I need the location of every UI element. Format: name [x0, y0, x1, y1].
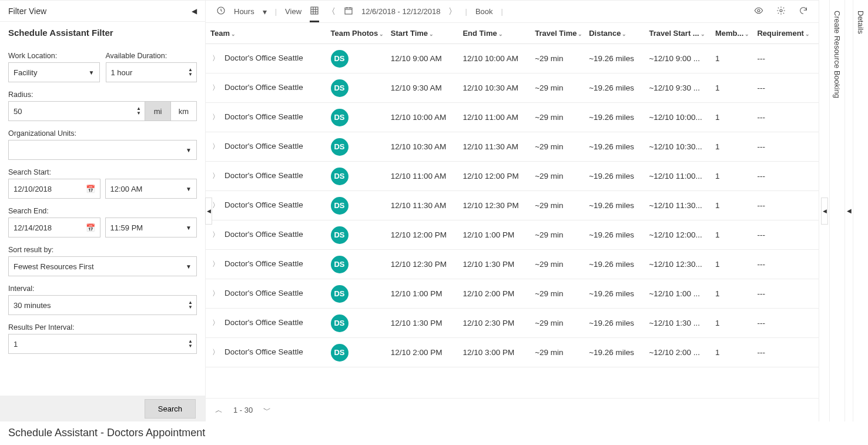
- details-label: Details: [856, 11, 865, 421]
- chevron-left-icon[interactable]: ◀: [192, 1, 197, 22]
- search-button[interactable]: Search: [145, 399, 196, 419]
- search-start-date[interactable]: 12/10/2018 📅: [8, 179, 100, 199]
- col-requirement[interactable]: Requirement⌄: [752, 23, 819, 44]
- collapse-up-icon[interactable]: ︿: [215, 405, 223, 416]
- hours-dropdown[interactable]: Hours: [234, 7, 254, 16]
- search-start-label: Search Start:: [8, 168, 197, 176]
- chevron-down-icon: ▼: [186, 225, 192, 231]
- table-row[interactable]: 〉Doctor's Office SeattleDS12/10 12:00 PM…: [206, 220, 819, 250]
- chevron-down-icon: ▼: [186, 147, 192, 153]
- pager-range: 1 - 30: [233, 406, 253, 414]
- table-row[interactable]: 〉Doctor's Office SeattleDS12/10 10:30 AM…: [206, 132, 819, 162]
- col-travel-start[interactable]: Travel Start ...⌄: [644, 23, 710, 44]
- svg-point-4: [780, 9, 782, 12]
- eye-icon[interactable]: [754, 6, 763, 17]
- prev-range-button[interactable]: 〈: [327, 6, 336, 17]
- grid-view-icon[interactable]: [310, 6, 319, 22]
- table-row[interactable]: 〉Doctor's Office SeattleDS12/10 9:00 AM1…: [206, 44, 819, 73]
- col-end[interactable]: End Time⌄: [458, 23, 530, 44]
- org-units-select[interactable]: ▼: [8, 140, 197, 160]
- collapse-right-handle[interactable]: ◀: [821, 198, 828, 225]
- date-range[interactable]: 12/6/2018 - 12/12/2018: [361, 7, 440, 16]
- table-row[interactable]: 〉Doctor's Office SeattleDS12/10 11:00 AM…: [206, 162, 819, 191]
- search-end-label: Search End:: [8, 207, 197, 215]
- spinner-icon[interactable]: ▲▼: [188, 339, 193, 349]
- work-location-select[interactable]: Facility ▼: [8, 62, 100, 82]
- details-panel[interactable]: Details: [853, 0, 868, 421]
- col-members[interactable]: Memb...⌄: [711, 23, 753, 44]
- avatar: DS: [331, 226, 348, 244]
- col-travel[interactable]: Travel Time⌄: [530, 23, 584, 44]
- sort-select[interactable]: Fewest Resources First ▼: [8, 256, 197, 276]
- expand-row-icon[interactable]: 〉: [210, 53, 221, 63]
- view-label: View: [285, 7, 301, 16]
- search-end-date[interactable]: 12/14/2018 📅: [8, 218, 100, 237]
- calendar-icon[interactable]: 📅: [86, 185, 95, 193]
- schedule-board: ◀ Hours ▾ | View 〈 12/6/2018 - 12/12/201…: [206, 0, 819, 421]
- unit-km-button[interactable]: km: [171, 101, 197, 121]
- available-duration-stepper[interactable]: 1 hour ▲▼: [106, 62, 197, 82]
- rpi-stepper[interactable]: 1 ▲▼: [8, 334, 197, 354]
- table-row[interactable]: 〉Doctor's Office SeattleDS12/10 1:30 PM1…: [206, 309, 819, 338]
- right-collapse-rail: ◀: [819, 0, 829, 421]
- expand-row-icon[interactable]: 〉: [210, 171, 221, 181]
- col-photos[interactable]: Team Photos⌄: [326, 23, 386, 44]
- table-row[interactable]: 〉Doctor's Office SeattleDS12/10 2:00 PM1…: [206, 338, 819, 367]
- work-location-label: Work Location:: [8, 52, 100, 60]
- expand-row-icon[interactable]: 〉: [210, 230, 221, 240]
- table-row[interactable]: 〉Doctor's Office SeattleDS12/10 12:30 PM…: [206, 250, 819, 279]
- table-row[interactable]: 〉Doctor's Office SeattleDS12/10 1:00 PM1…: [206, 279, 819, 309]
- filter-view-header[interactable]: Filter View ◀: [0, 1, 205, 22]
- calendar-icon[interactable]: [344, 6, 353, 17]
- spinner-icon[interactable]: ▲▼: [136, 106, 141, 116]
- filter-view-title: Filter View: [8, 1, 46, 22]
- expand-row-icon[interactable]: 〉: [210, 112, 221, 122]
- expand-row-icon[interactable]: 〉: [210, 259, 221, 269]
- pager: ︿ 1 - 30 ﹀: [206, 398, 819, 421]
- chevron-down-icon: ▼: [186, 263, 192, 270]
- chevron-down-icon[interactable]: ▾: [263, 7, 267, 16]
- gear-icon[interactable]: [776, 6, 786, 17]
- expand-row-icon[interactable]: 〉: [210, 289, 221, 299]
- book-button[interactable]: Book: [475, 7, 493, 16]
- expand-row-icon[interactable]: 〉: [210, 318, 221, 328]
- unit-mi-button[interactable]: mi: [145, 101, 171, 121]
- chevron-down-icon: ▼: [186, 186, 192, 192]
- interval-stepper[interactable]: 30 minutes ▲▼: [8, 295, 197, 315]
- refresh-icon[interactable]: [799, 6, 808, 17]
- svg-point-3: [758, 9, 760, 12]
- avatar: DS: [331, 285, 348, 303]
- spinner-icon[interactable]: ▲▼: [188, 300, 193, 310]
- search-start-time[interactable]: 12:00 AM ▼: [105, 179, 197, 199]
- create-booking-panel[interactable]: Create Resource Booking: [829, 0, 844, 421]
- page-title: Schedule Assistant - Doctors Appointment: [0, 421, 868, 445]
- expand-row-icon[interactable]: 〉: [210, 142, 221, 152]
- chevron-down-icon: ▼: [89, 69, 95, 76]
- table-row[interactable]: 〉Doctor's Office SeattleDS12/10 11:30 AM…: [206, 191, 819, 220]
- radius-input[interactable]: 50 ▲▼: [8, 101, 145, 121]
- search-end-time[interactable]: 11:59 PM ▼: [105, 218, 197, 237]
- collapse-far-right-handle[interactable]: ◀: [844, 0, 853, 421]
- col-distance[interactable]: Distance⌄: [584, 23, 644, 44]
- interval-label: Interval:: [8, 285, 197, 293]
- avatar: DS: [331, 138, 348, 156]
- table-row[interactable]: 〉Doctor's Office SeattleDS12/10 10:00 AM…: [206, 103, 819, 132]
- expand-row-icon[interactable]: 〉: [210, 347, 221, 357]
- col-team[interactable]: Team⌄: [206, 23, 326, 44]
- next-range-button[interactable]: 〉: [448, 6, 457, 17]
- avatar: DS: [331, 79, 348, 97]
- rpi-label: Results Per Interval:: [8, 323, 197, 332]
- table-row[interactable]: 〉Doctor's Office SeattleDS12/10 9:30 AM1…: [206, 73, 819, 103]
- expand-down-icon[interactable]: ﹀: [263, 405, 271, 416]
- spinner-icon[interactable]: ▲▼: [188, 68, 193, 77]
- avatar: DS: [331, 256, 348, 273]
- calendar-icon[interactable]: 📅: [86, 223, 95, 232]
- collapse-left-handle[interactable]: ◀: [205, 198, 212, 225]
- sort-label: Sort result by:: [8, 246, 197, 254]
- expand-row-icon[interactable]: 〉: [210, 83, 221, 93]
- create-booking-label: Create Resource Booking: [833, 11, 842, 421]
- avatar: DS: [331, 344, 348, 362]
- filter-subheader: Schedule Assistant Filter: [0, 22, 205, 41]
- col-start[interactable]: Start Time⌄: [386, 23, 458, 44]
- svg-rect-2: [345, 8, 352, 14]
